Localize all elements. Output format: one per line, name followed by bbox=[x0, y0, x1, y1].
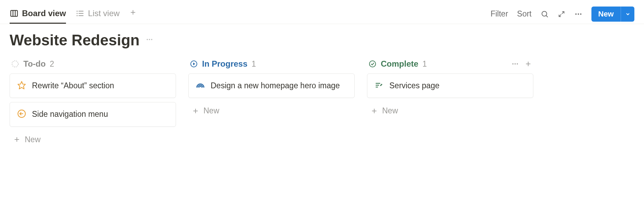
svg-point-6 bbox=[77, 11, 77, 11]
list-icon bbox=[76, 9, 85, 18]
card[interactable]: Rewrite “About” section bbox=[10, 74, 176, 98]
add-card-button[interactable]: New bbox=[10, 131, 176, 148]
svg-line-13 bbox=[562, 11, 564, 13]
add-card-label: New bbox=[25, 135, 41, 144]
svg-marker-22 bbox=[18, 81, 25, 89]
view-tab-label: List view bbox=[88, 9, 120, 18]
svg-point-18 bbox=[147, 39, 148, 40]
column-more-icon[interactable] bbox=[511, 60, 519, 68]
view-tab-label: Board view bbox=[22, 9, 66, 18]
add-card-button[interactable]: New bbox=[367, 102, 533, 120]
new-button: New bbox=[591, 7, 634, 22]
top-bar: Board view List view Filter Sort New bbox=[0, 0, 644, 24]
card-title: Side navigation menu bbox=[32, 109, 108, 120]
svg-line-12 bbox=[546, 15, 548, 17]
card-title: Rewrite “About” section bbox=[32, 80, 114, 91]
status-in-progress-icon bbox=[190, 60, 198, 68]
page-title-row: Website Redesign bbox=[0, 24, 644, 52]
svg-point-15 bbox=[575, 13, 577, 15]
column-name: In Progress bbox=[202, 59, 247, 69]
view-tab-board[interactable]: Board view bbox=[10, 4, 66, 24]
sort-button[interactable]: Sort bbox=[517, 9, 532, 19]
card[interactable]: Services page bbox=[367, 74, 533, 98]
column-complete: Complete 1 Services page New bbox=[367, 58, 533, 148]
svg-point-17 bbox=[580, 13, 581, 15]
add-card-button[interactable]: New bbox=[188, 102, 355, 120]
svg-line-14 bbox=[559, 14, 561, 16]
column-count: 2 bbox=[50, 59, 54, 69]
add-card-label: New bbox=[203, 106, 219, 115]
column-name: Complete bbox=[381, 59, 418, 69]
column-add-icon[interactable] bbox=[524, 60, 532, 68]
svg-marker-28 bbox=[193, 63, 195, 65]
svg-point-11 bbox=[542, 11, 547, 16]
column-todo: To-do 2 Rewrite “About” section Side nav… bbox=[10, 58, 176, 148]
card[interactable]: Side navigation menu bbox=[10, 102, 176, 126]
new-button-main[interactable]: New bbox=[591, 7, 621, 22]
more-icon[interactable] bbox=[574, 10, 582, 18]
column-name: To-do bbox=[23, 59, 46, 69]
search-icon[interactable] bbox=[541, 10, 549, 18]
column-count: 1 bbox=[422, 59, 427, 69]
column-in-progress: In Progress 1 Design a new homepage hero… bbox=[188, 58, 355, 148]
svg-point-31 bbox=[369, 61, 376, 67]
svg-point-19 bbox=[149, 39, 150, 40]
column-header[interactable]: Complete 1 bbox=[367, 58, 533, 74]
add-view-button[interactable] bbox=[129, 8, 137, 20]
filter-button[interactable]: Filter bbox=[490, 9, 508, 19]
board: To-do 2 Rewrite “About” section Side nav… bbox=[0, 52, 644, 155]
top-right-controls: Filter Sort New bbox=[490, 7, 634, 22]
column-header[interactable]: To-do 2 bbox=[10, 58, 176, 74]
status-complete-icon bbox=[368, 60, 377, 68]
edit-lines-icon bbox=[374, 80, 384, 90]
page-title-more-icon[interactable] bbox=[146, 36, 153, 45]
svg-point-34 bbox=[517, 63, 518, 65]
rainbow-icon bbox=[196, 80, 205, 90]
svg-point-7 bbox=[77, 13, 77, 13]
page-title[interactable]: Website Redesign bbox=[10, 32, 140, 49]
star-icon bbox=[17, 80, 26, 90]
column-count: 1 bbox=[252, 59, 256, 69]
svg-point-21 bbox=[12, 61, 18, 67]
svg-point-33 bbox=[514, 63, 516, 65]
column-actions bbox=[511, 60, 532, 68]
new-button-dropdown[interactable] bbox=[621, 7, 634, 22]
card-title: Services page bbox=[389, 80, 440, 91]
add-card-label: New bbox=[382, 106, 398, 115]
svg-point-32 bbox=[512, 63, 514, 65]
svg-point-8 bbox=[77, 15, 77, 16]
card-title: Design a new homepage hero image bbox=[211, 80, 340, 91]
column-header[interactable]: In Progress 1 bbox=[188, 58, 355, 74]
svg-point-20 bbox=[151, 39, 153, 40]
status-todo-icon bbox=[11, 60, 19, 68]
view-tabs: Board view List view bbox=[10, 4, 137, 24]
card[interactable]: Design a new homepage hero image bbox=[188, 74, 355, 98]
expand-icon[interactable] bbox=[558, 10, 565, 18]
board-icon bbox=[10, 9, 19, 18]
svg-point-16 bbox=[578, 13, 579, 15]
svg-rect-0 bbox=[11, 10, 18, 16]
view-tab-list[interactable]: List view bbox=[76, 4, 120, 24]
arrow-circle-icon bbox=[17, 109, 26, 118]
